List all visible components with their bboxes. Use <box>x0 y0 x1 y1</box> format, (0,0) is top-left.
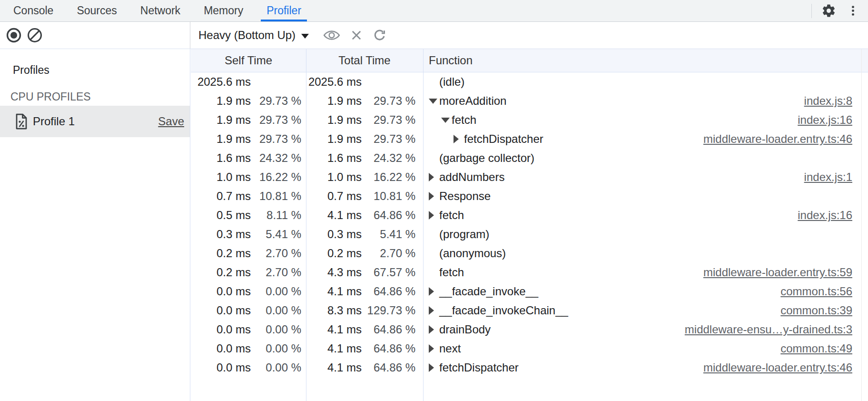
profile-view-selector[interactable]: Heavy (Bottom Up) <box>198 29 309 42</box>
function-cell: fetchindex.js:16 <box>423 110 868 130</box>
total-time-percent: 64.86 % <box>362 209 415 222</box>
profile-table-row[interactable]: 0.2 ms2.70 %0.2 ms2.70 %(anonymous) <box>191 244 868 263</box>
function-label-group: fetch <box>429 209 464 222</box>
total-time-value: 8.3 ms <box>306 304 362 317</box>
function-name: moreAddition <box>439 94 506 108</box>
profile-table-row[interactable]: 0.0 ms0.00 %8.3 ms129.73 %__facade_invok… <box>191 301 868 320</box>
total-time-percent: 67.57 % <box>362 266 415 279</box>
self-time-value: 0.2 ms <box>195 266 251 279</box>
self-time-cell: 1.9 ms29.73 % <box>191 130 306 149</box>
source-location-link[interactable]: middleware-ensu…y-drained.ts:3 <box>685 323 852 336</box>
source-location-link[interactable]: index.js:16 <box>798 113 852 127</box>
function-cell: (anonymous) <box>423 244 868 263</box>
tab-network[interactable]: Network <box>135 0 186 21</box>
tab-memory[interactable]: Memory <box>198 0 249 21</box>
clear-all-icon[interactable] <box>27 27 43 43</box>
profile-table-row[interactable]: 2025.6 ms2025.6 ms(idle) <box>191 72 868 91</box>
profile-table-row[interactable]: 0.0 ms0.00 %4.1 ms64.86 %__facade_invoke… <box>191 282 868 301</box>
function-cell: fetchDispatchermiddleware-loader.entry.t… <box>423 358 868 377</box>
total-time-cell: 0.7 ms10.81 % <box>306 187 423 206</box>
total-time-value: 4.1 ms <box>306 361 362 374</box>
function-name: next <box>439 342 461 355</box>
profile-table-row[interactable]: 0.0 ms0.00 %4.1 ms64.86 %fetchDispatcher… <box>191 358 868 377</box>
tab-sources[interactable]: Sources <box>71 0 122 21</box>
triangle-glyph <box>441 118 450 123</box>
save-profile-link[interactable]: Save <box>158 115 184 128</box>
collapse-arrow-icon[interactable] <box>429 192 439 200</box>
record-icon[interactable] <box>6 27 22 43</box>
tab-profiler[interactable]: Profiler <box>261 0 307 21</box>
self-time-cell: 2025.6 ms <box>191 72 306 91</box>
total-time-value: 1.9 ms <box>306 94 362 108</box>
self-time-value: 0.0 ms <box>195 323 251 336</box>
profile-table-row[interactable]: 1.9 ms29.73 %1.9 ms29.73 %fetchDispatche… <box>191 130 868 149</box>
source-location-link[interactable]: common.ts:39 <box>780 304 852 317</box>
self-time-cell: 0.2 ms2.70 % <box>191 244 306 263</box>
source-location-link[interactable]: middleware-loader.entry.ts:46 <box>703 361 852 374</box>
gear-icon[interactable] <box>821 3 836 18</box>
self-time-value: 1.9 ms <box>195 94 251 108</box>
column-header-total-time[interactable]: Total Time <box>306 54 423 67</box>
total-time-cell: 1.9 ms29.73 % <box>306 130 423 149</box>
column-header-function[interactable]: Function <box>423 54 868 67</box>
total-time-percent: 64.86 % <box>362 323 415 336</box>
close-icon[interactable] <box>350 29 363 42</box>
profile-document-icon <box>14 113 29 130</box>
collapse-arrow-icon[interactable] <box>429 173 439 181</box>
profile-table-row[interactable]: 1.0 ms16.22 %1.0 ms16.22 %addNumbersinde… <box>191 168 868 187</box>
profile-table-row[interactable]: 0.3 ms5.41 %0.3 ms5.41 %(program) <box>191 225 868 244</box>
source-location-link[interactable]: index.js:8 <box>804 94 852 108</box>
expand-arrow-icon[interactable] <box>441 118 452 123</box>
profiles-panel-title: Profiles <box>0 62 190 78</box>
tab-console[interactable]: Console <box>8 0 59 21</box>
total-time-cell: 8.3 ms129.73 % <box>306 301 423 320</box>
collapse-arrow-icon[interactable] <box>429 363 439 372</box>
function-cell: moreAdditionindex.js:8 <box>423 91 868 110</box>
collapse-arrow-icon[interactable] <box>429 306 439 315</box>
self-time-percent: 16.22 % <box>251 170 301 184</box>
profile-table-row[interactable]: 0.7 ms10.81 %0.7 ms10.81 %Response <box>191 187 868 206</box>
function-label-group: fetchDispatcher <box>429 132 543 146</box>
function-name: (garbage collector) <box>439 151 534 165</box>
function-cell: (garbage collector) <box>423 149 868 168</box>
three-dot-menu-icon[interactable] <box>847 4 859 17</box>
profile-table-row[interactable]: 1.6 ms24.32 %1.6 ms24.32 %(garbage colle… <box>191 149 868 168</box>
function-name: fetchDispatcher <box>439 361 519 374</box>
function-label-group: __facade_invoke__ <box>429 285 538 298</box>
collapse-arrow-icon[interactable] <box>429 287 439 296</box>
profile-table-row[interactable]: 1.9 ms29.73 %1.9 ms29.73 %moreAdditionin… <box>191 91 868 110</box>
column-header-self-time[interactable]: Self Time <box>191 54 306 67</box>
source-location-link[interactable]: middleware-loader.entry.ts:59 <box>703 266 852 279</box>
profile-table-row[interactable]: 0.0 ms0.00 %4.1 ms64.86 %nextcommon.ts:4… <box>191 339 868 358</box>
column-divider <box>306 49 306 401</box>
collapse-arrow-icon[interactable] <box>429 344 439 353</box>
self-time-percent: 0.00 % <box>251 304 301 317</box>
source-location-link[interactable]: index.js:1 <box>804 170 852 184</box>
function-cell: (program) <box>423 225 868 244</box>
function-label-group: drainBody <box>429 323 491 336</box>
function-label-group: fetch <box>429 266 464 279</box>
triangle-glyph <box>429 173 434 181</box>
source-location-link[interactable]: common.ts:49 <box>780 342 852 355</box>
profile-table-row[interactable]: 0.2 ms2.70 %4.3 ms67.57 %fetchmiddleware… <box>191 263 868 282</box>
self-time-value: 0.0 ms <box>195 304 251 317</box>
total-time-percent: 64.86 % <box>362 361 415 374</box>
source-location-link[interactable]: middleware-loader.entry.ts:46 <box>703 132 852 146</box>
profile-table-row[interactable]: 0.5 ms8.11 %4.1 ms64.86 %fetchindex.js:1… <box>191 206 868 225</box>
self-time-cell: 0.0 ms0.00 % <box>191 358 306 377</box>
profile-table-row[interactable]: 1.9 ms29.73 %1.9 ms29.73 %fetchindex.js:… <box>191 110 868 130</box>
collapse-arrow-icon[interactable] <box>429 325 439 334</box>
sidebar-item-profile-1[interactable]: Profile 1 Save <box>0 106 190 137</box>
source-location-link[interactable]: index.js:16 <box>798 209 852 222</box>
source-location-link[interactable]: common.ts:56 <box>780 285 852 298</box>
triangle-glyph <box>429 99 437 104</box>
profiler-toolbar: Heavy (Bottom Up) <box>0 22 868 49</box>
profile-table-row[interactable]: 0.0 ms0.00 %4.1 ms64.86 %drainBodymiddle… <box>191 320 868 339</box>
triangle-glyph <box>429 306 434 315</box>
refresh-icon[interactable] <box>373 28 387 42</box>
collapse-arrow-icon[interactable] <box>429 211 439 220</box>
collapse-arrow-icon[interactable] <box>454 135 464 143</box>
total-time-cell: 0.2 ms2.70 % <box>306 244 423 263</box>
expand-arrow-icon[interactable] <box>429 99 439 104</box>
eye-icon[interactable] <box>323 29 340 41</box>
